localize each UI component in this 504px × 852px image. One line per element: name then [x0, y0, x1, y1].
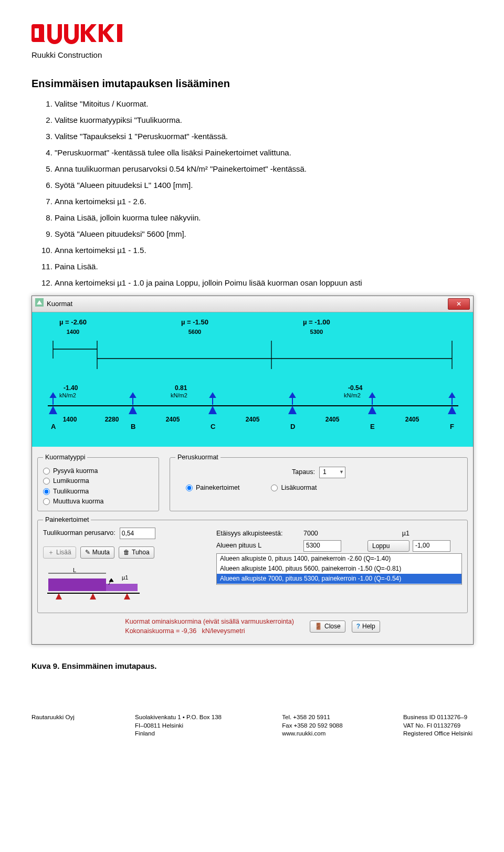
- svg-marker-57: [90, 593, 96, 599]
- schematic-illustration: L µ1: [43, 568, 211, 608]
- loppu-button[interactable]: Loppu: [368, 540, 410, 552]
- svg-text:kN/m2: kN/m2: [171, 392, 187, 398]
- perusarvo-label: Tuulikuorman perusarvo:: [43, 529, 116, 538]
- span-value: 5600: [188, 328, 201, 336]
- brand-subtitle: Ruukki Construction: [32, 49, 472, 60]
- footer-cell: FI–00811 Helsinki: [135, 722, 222, 730]
- dialog-footer: Kuormat ominaiskuormina (eivät sisällä v…: [37, 615, 468, 640]
- plus-icon: ＋: [48, 548, 54, 557]
- footer-cell: Finland: [135, 730, 222, 738]
- footer-cell: Tel. +358 20 5911: [282, 713, 342, 722]
- btn-label: Close: [324, 622, 341, 631]
- muuta-button[interactable]: ✎ Muuta: [80, 546, 114, 559]
- help-button[interactable]: ? Help: [352, 620, 380, 633]
- titlebar: Kuormat ✕: [32, 296, 473, 312]
- app-icon: [35, 298, 44, 309]
- radio-muuttuva[interactable]: [43, 498, 50, 505]
- svg-marker-56: [56, 593, 62, 599]
- footer-cell: www.ruukki.com: [282, 730, 342, 738]
- svg-text:C: C: [211, 423, 216, 429]
- mu1-input[interactable]: -1,00: [413, 540, 450, 552]
- list-item[interactable]: Alueen alkupiste 0, pituus 1400, paineke…: [217, 554, 461, 564]
- radio-lisakuormat[interactable]: [271, 485, 278, 491]
- svg-text:L: L: [73, 568, 76, 573]
- zones-listbox[interactable]: Alueen alkupiste 0, pituus 1400, paineke…: [216, 553, 462, 585]
- svg-marker-22: [368, 406, 376, 414]
- radio-label: Lisäkuormat: [281, 483, 317, 493]
- step: Paina Lisää, jolloin kuorma tulee näkyvi…: [55, 212, 472, 223]
- painekertoimet-legend: Painekertoimet: [43, 516, 91, 525]
- svg-marker-58: [124, 593, 130, 599]
- section-title: Ensimmäisen imutapauksen lisääminen: [32, 76, 472, 91]
- svg-marker-33: [370, 393, 375, 397]
- svg-text:2405: 2405: [405, 416, 419, 423]
- step: Anna kertoimeksi µ1 - 1.5.: [55, 245, 472, 256]
- perusarvo-input[interactable]: [120, 528, 155, 539]
- radio-painekertoimet[interactable]: [186, 485, 193, 491]
- etaisyys-value: 7000: [303, 529, 340, 539]
- radio-lumi[interactable]: [43, 478, 50, 485]
- btn-label: Lisää: [56, 548, 71, 557]
- svg-marker-18: [49, 406, 57, 414]
- mu-value: µ = -1.00: [303, 318, 330, 327]
- svg-rect-2: [117, 24, 122, 42]
- step: "Peruskuormat" -kentässä tulee olla lisä…: [55, 147, 472, 158]
- svg-text:E: E: [370, 423, 375, 429]
- radio-pysyva[interactable]: [43, 468, 50, 475]
- figure-caption: Kuva 9. Ensimmäinen imutapaus.: [32, 660, 472, 671]
- radio-label: Painekertoimet: [196, 483, 239, 493]
- kuormatyyppi-group: Kuormatyyppi Pysyvä kuorma Lumikuorma Tu…: [37, 453, 159, 511]
- footer-cell: Suolakivenkatu 1 • P.O. Box 138: [135, 713, 222, 722]
- tapaus-select[interactable]: 1 ▼: [319, 467, 345, 478]
- svg-text:-1.40: -1.40: [64, 384, 78, 392]
- beam-diagram: -1.40 kN/m2 0.81 kN/m2 -0.54 kN/m2: [38, 338, 467, 429]
- diagram-area: µ = -2.60 1400 µ = -1.50 5600 µ = -1.00 …: [32, 312, 473, 447]
- svg-text:D: D: [290, 423, 295, 429]
- svg-text:kN/m2: kN/m2: [344, 392, 361, 398]
- footer-cell: Rautaruukki Oyj: [32, 713, 75, 722]
- svg-text:1400: 1400: [63, 416, 77, 423]
- btn-label: Tuhoa: [132, 548, 150, 557]
- radio-label: Muuttuva kuorma: [53, 497, 104, 507]
- tapaus-label: Tapaus:: [292, 468, 315, 477]
- step: Anna tuulikuorman perusarvoksi 0.54 kN/m…: [55, 163, 472, 174]
- door-icon: 🚪: [314, 622, 322, 631]
- lisaa-button[interactable]: ＋ Lisää: [43, 546, 76, 559]
- svg-rect-51: [106, 584, 138, 591]
- svg-text:A: A: [51, 423, 56, 429]
- kuormatyyppi-legend: Kuormatyyppi: [43, 453, 87, 462]
- svg-text:0.81: 0.81: [175, 384, 187, 392]
- svg-text:F: F: [450, 423, 454, 429]
- mu-value: µ = -2.60: [59, 318, 87, 327]
- peruskuormat-legend: Peruskuormat: [175, 453, 220, 462]
- svg-marker-35: [449, 393, 455, 397]
- svg-marker-27: [130, 393, 135, 397]
- svg-marker-20: [208, 406, 217, 414]
- close-dialog-button[interactable]: 🚪 Close: [310, 620, 345, 633]
- list-item[interactable]: Alueen alkupiste 1400, pituus 5600, pain…: [217, 564, 461, 574]
- svg-marker-29: [210, 393, 215, 397]
- kk-unit: kN/leveysmetri: [202, 627, 245, 635]
- alueen-input[interactable]: 5300: [303, 540, 341, 552]
- svg-text:2280: 2280: [105, 416, 119, 423]
- peruskuormat-group: Peruskuormat Tapaus: 1 ▼ Painekertoimet …: [170, 453, 468, 511]
- tuhoa-button[interactable]: 🗑 Tuhoa: [119, 546, 154, 559]
- btn-label: Help: [362, 622, 375, 631]
- svg-marker-19: [129, 406, 137, 414]
- step: Valitse "Tapaukseksi 1 "Peruskuormat" -k…: [55, 131, 472, 142]
- radio-tuuli[interactable]: [43, 488, 50, 495]
- instruction-list: Valitse "Mitoitus / Kuormat. Valitse kuo…: [32, 98, 472, 288]
- mu1-label: µ1: [368, 529, 410, 539]
- svg-rect-50: [48, 578, 106, 591]
- list-item[interactable]: Alueen alkupiste 7000, pituus 5300, pain…: [217, 574, 461, 584]
- close-button[interactable]: ✕: [448, 298, 470, 310]
- footer-note: Kuormat ominaiskuormina (eivät sisällä v…: [125, 617, 294, 627]
- etaisyys-label: Etäisyys alkupisteestä:: [216, 529, 300, 539]
- alueen-label: Alueen pituus L: [216, 541, 300, 551]
- kk-value: -9,36: [182, 627, 197, 635]
- svg-rect-1: [35, 28, 39, 38]
- step: Valitse kuormatyypiksi "Tuulikuorma.: [55, 114, 472, 125]
- tapaus-value: 1: [323, 468, 327, 477]
- svg-marker-54: [109, 578, 113, 582]
- btn-label: Muuta: [92, 548, 110, 557]
